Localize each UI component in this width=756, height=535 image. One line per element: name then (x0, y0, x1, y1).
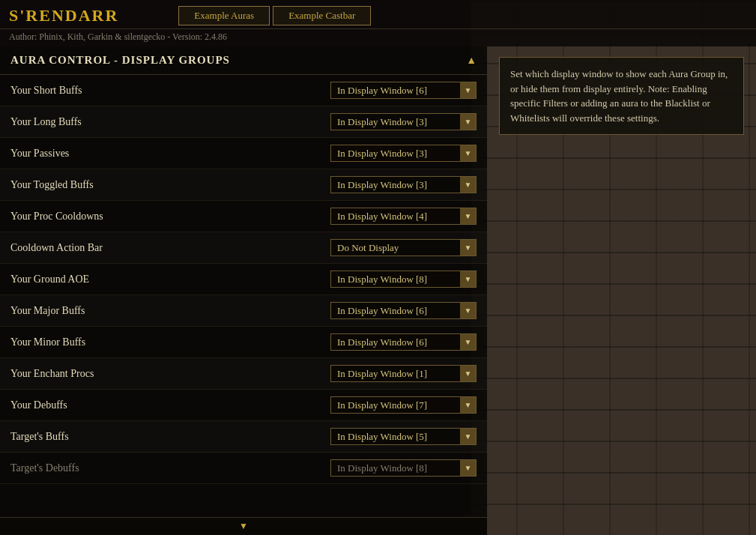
dropdown-container: In Display Window [5] Do Not Display In … (330, 428, 477, 445)
dropdown-container: In Display Window [6] Do Not Display In … (330, 333, 477, 351)
tooltip-box: Set which display window to show each Au… (499, 57, 744, 135)
aura-row: Your Short Buffs In Display Window [6] D… (0, 75, 487, 106)
aura-row: Your Proc Cooldowns In Display Window [4… (0, 201, 487, 232)
aura-label: Your Proc Cooldowns (10, 211, 103, 223)
aura-label: Your Passives (10, 148, 69, 160)
tab-example-auras[interactable]: Example Auras (178, 6, 270, 25)
left-panel: AURA CONTROL - DISPLAY GROUPS ▲ Your Sho… (0, 46, 487, 535)
dropdown-cooldown-action-bar[interactable]: Do Not Display In Display Window [1] In … (330, 239, 477, 256)
dropdown-container: In Display Window [6] Do Not Display In … (330, 302, 477, 319)
dropdown-container: In Display Window [3] Do Not Display In … (330, 113, 477, 130)
aura-row: Target's Buffs In Display Window [5] Do … (0, 421, 487, 453)
dropdown-container: In Display Window [6] Do Not Display In … (330, 82, 477, 99)
dropdown-your-major-buffs[interactable]: In Display Window [6] Do Not Display In … (330, 302, 477, 319)
panel-header: AURA CONTROL - DISPLAY GROUPS ▲ (0, 46, 487, 75)
aura-label: Your Major Buffs (10, 305, 85, 317)
aura-label: Target's Debuffs (10, 462, 79, 474)
dropdown-container: Do Not Display In Display Window [1] In … (330, 239, 477, 256)
aura-row: Your Debuffs In Display Window [7] Do No… (0, 390, 487, 421)
aura-row: Cooldown Action Bar Do Not Display In Di… (0, 232, 487, 264)
dropdown-your-toggled-buffs[interactable]: In Display Window [3] Do Not Display In … (330, 176, 477, 193)
right-panel: Set which display window to show each Au… (487, 46, 756, 535)
panel-title: AURA CONTROL - DISPLAY GROUPS (10, 54, 230, 67)
dropdown-container: In Display Window [8] Do Not Display In … (330, 459, 477, 477)
dropdown-container: In Display Window [1] Do Not Display In … (330, 365, 477, 382)
aura-row: Target's Debuffs In Display Window [8] D… (0, 453, 487, 484)
subtitle: Author: Phinix, Kith, Garkin & silentgec… (0, 29, 756, 46)
dropdown-targets-buffs[interactable]: In Display Window [5] Do Not Display In … (330, 428, 477, 445)
tooltip-text: Set which display window to show each Au… (510, 67, 733, 125)
dropdown-your-long-buffs[interactable]: In Display Window [3] Do Not Display In … (330, 113, 477, 130)
dropdown-container: In Display Window [7] Do Not Display In … (330, 396, 477, 414)
dropdown-your-minor-buffs[interactable]: In Display Window [6] Do Not Display In … (330, 333, 477, 351)
scroll-down-button[interactable]: ▼ (0, 517, 487, 535)
header: S'RENDARR Example Auras Example Castbar (0, 0, 756, 29)
aura-label: Your Minor Buffs (10, 336, 85, 348)
scroll-up-arrow[interactable]: ▲ (466, 55, 477, 67)
dropdown-your-ground-aoe[interactable]: In Display Window [8] Do Not Display In … (330, 270, 477, 288)
aura-row: Your Minor Buffs In Display Window [6] D… (0, 327, 487, 358)
tabs-container: Example Auras Example Castbar (178, 6, 371, 25)
dropdown-container: In Display Window [8] Do Not Display In … (330, 270, 477, 288)
dropdown-your-short-buffs[interactable]: In Display Window [6] Do Not Display In … (330, 82, 477, 99)
aura-row: Your Ground AOE In Display Window [8] Do… (0, 264, 487, 295)
aura-row: Your Passives In Display Window [3] Do N… (0, 138, 487, 169)
aura-row: Your Major Buffs In Display Window [6] D… (0, 295, 487, 327)
aura-list[interactable]: Your Short Buffs In Display Window [6] D… (0, 75, 487, 517)
aura-label: Your Ground AOE (10, 273, 89, 285)
dropdown-container: In Display Window [4] Do Not Display In … (330, 208, 477, 225)
aura-label: Your Debuffs (10, 399, 67, 411)
tab-example-castbar[interactable]: Example Castbar (273, 6, 371, 25)
dropdown-targets-debuffs[interactable]: In Display Window [8] Do Not Display In … (330, 459, 477, 477)
dropdown-your-proc-cooldowns[interactable]: In Display Window [4] Do Not Display In … (330, 208, 477, 225)
aura-label: Your Long Buffs (10, 116, 82, 128)
app-title: S'RENDARR (9, 6, 118, 25)
aura-label: Cooldown Action Bar (10, 242, 103, 254)
aura-label: Your Enchant Procs (10, 368, 94, 380)
aura-label: Target's Buffs (10, 431, 69, 443)
dropdown-your-enchant-procs[interactable]: In Display Window [1] Do Not Display In … (330, 365, 477, 382)
content-area: AURA CONTROL - DISPLAY GROUPS ▲ Your Sho… (0, 46, 756, 535)
main-container: S'RENDARR Example Auras Example Castbar … (0, 0, 756, 535)
aura-row: Your Long Buffs In Display Window [3] Do… (0, 106, 487, 138)
aura-row: Your Enchant Procs In Display Window [1]… (0, 358, 487, 390)
dropdown-your-debuffs[interactable]: In Display Window [7] Do Not Display In … (330, 396, 477, 414)
dropdown-your-passives[interactable]: In Display Window [3] Do Not Display In … (330, 145, 477, 162)
dropdown-container: In Display Window [3] Do Not Display In … (330, 176, 477, 193)
aura-label: Your Toggled Buffs (10, 179, 94, 191)
aura-label: Your Short Buffs (10, 85, 82, 97)
aura-row: Your Toggled Buffs In Display Window [3]… (0, 169, 487, 201)
dropdown-container: In Display Window [3] Do Not Display In … (330, 145, 477, 162)
